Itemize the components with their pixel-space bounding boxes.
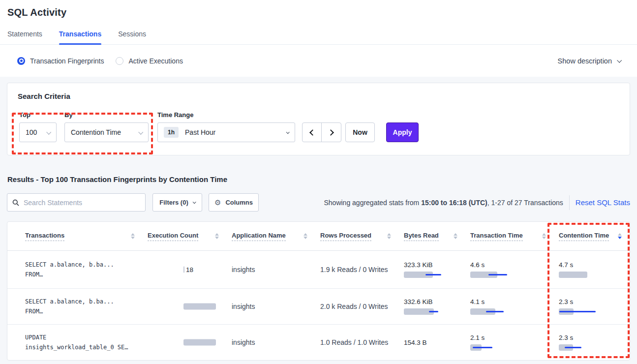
chevron-down-icon: [46, 129, 51, 134]
page-title: SQL Activity: [7, 7, 630, 18]
metric-bar: [559, 308, 596, 315]
main-content: Search Criteria Top 100 By Contention Ti…: [0, 83, 637, 361]
top-field: Top 100: [19, 111, 57, 142]
contention-time-cell: 4.7 s: [559, 251, 625, 288]
tab-bar: Statements Transactions Sessions: [7, 30, 630, 44]
column-header-transaction-time[interactable]: Transaction Time: [470, 232, 559, 241]
transaction-time-cell: 4.6 s: [470, 251, 559, 288]
search-statements-input[interactable]: [24, 199, 140, 207]
radio-unselected-icon: [116, 57, 123, 65]
sort-icon[interactable]: [454, 233, 457, 239]
aggregated-stats-text: Showing aggregated stats from 15:00 to 1…: [324, 199, 563, 207]
prev-time-button[interactable]: [303, 123, 322, 142]
radio-label: Active Executions: [128, 57, 183, 65]
bytes-read-cell: 154.3 B: [404, 325, 470, 360]
execution-count-cell: 2k: [148, 325, 232, 360]
reset-sql-stats-link[interactable]: Reset SQL Stats: [576, 198, 630, 207]
transactions-table: Transactions Execution Count Application…: [7, 221, 630, 361]
search-icon: [12, 199, 19, 206]
by-select[interactable]: Contention Time: [64, 122, 149, 142]
time-range-select[interactable]: 1h Past Hour: [157, 122, 295, 142]
metric-bar: [470, 344, 492, 351]
sort-icon[interactable]: [618, 233, 622, 239]
metric-bar: [183, 267, 184, 273]
sort-icon[interactable]: [131, 233, 135, 239]
by-label: By: [64, 111, 149, 119]
chevron-right-icon: [328, 129, 334, 136]
sort-icon[interactable]: [542, 233, 546, 239]
metric-bar: [183, 303, 216, 310]
execution-count-cell: 18: [148, 251, 232, 288]
column-header-application-name[interactable]: Application Name: [232, 232, 320, 241]
column-header-rows-processed[interactable]: Rows Processed: [320, 232, 404, 241]
table-header-row: Transactions Execution Count Application…: [7, 222, 630, 251]
apply-button[interactable]: Apply: [386, 122, 419, 142]
metric-bar: [404, 272, 441, 278]
column-header-contention-time[interactable]: Contention Time: [559, 232, 625, 241]
transaction-query-link[interactable]: SELECT a.balance, b.ba...FROM…: [25, 251, 148, 288]
sort-icon[interactable]: [215, 233, 219, 239]
search-statements-box: [7, 193, 146, 212]
column-header-bytes-read[interactable]: Bytes Read: [404, 232, 470, 241]
radio-selected-icon: [17, 57, 25, 65]
sort-icon[interactable]: [387, 233, 391, 239]
column-header-transactions[interactable]: Transactions: [25, 232, 148, 241]
chevron-down-icon: [617, 58, 622, 63]
table-body: SELECT a.balance, b.ba...FROM…18insights…: [7, 251, 630, 361]
gear-icon: ⚙: [214, 199, 221, 206]
page-header: SQL Activity Statements Transactions Ses…: [0, 0, 637, 45]
chevron-down-icon: [192, 200, 196, 204]
radio-transaction-fingerprints[interactable]: Transaction Fingerprints: [17, 57, 104, 65]
rows-processed-cell: 1.9 k Reads / 0 Writes: [320, 251, 404, 288]
chevron-left-icon: [309, 129, 316, 136]
transaction-query-link[interactable]: SELECT a.balance, b.ba...FROM…: [25, 289, 148, 324]
top-label: Top: [19, 111, 57, 119]
search-criteria-panel: Search Criteria Top 100 By Contention Ti…: [7, 83, 630, 155]
chevron-down-icon: [286, 130, 290, 134]
time-range-field: Time Range 1h Past Hour: [157, 111, 295, 142]
chevron-down-icon: [138, 129, 143, 134]
table-row[interactable]: UPDATEinsights_workload_table_0 SE…2kins…: [7, 325, 630, 361]
top-select[interactable]: 100: [19, 122, 57, 142]
divider: [569, 195, 570, 210]
radio-active-executions[interactable]: Active Executions: [116, 57, 183, 65]
filters-button[interactable]: Filters (0): [152, 193, 202, 212]
tab-sessions[interactable]: Sessions: [118, 30, 146, 44]
application-name-cell: insights: [232, 251, 320, 288]
view-toggle-toolbar: Transaction Fingerprints Active Executio…: [0, 45, 637, 77]
metric-bar: [559, 272, 587, 278]
metric-bar: [404, 308, 438, 315]
metric-bar: [559, 344, 581, 351]
bytes-read-cell: 332.6 KiB: [404, 289, 470, 324]
application-name-cell: insights: [232, 325, 320, 360]
execution-count-cell: 2k: [148, 289, 232, 324]
search-criteria-heading: Search Criteria: [18, 92, 630, 100]
show-description-label: Show description: [558, 57, 612, 65]
time-range-nav: [302, 122, 341, 142]
metric-bar: [470, 272, 507, 278]
column-header-execution-count[interactable]: Execution Count: [148, 232, 232, 241]
sql-activity-page: SQL Activity Statements Transactions Ses…: [0, 0, 637, 364]
sort-icon[interactable]: [303, 233, 307, 239]
metric-bar: [470, 308, 504, 315]
application-name-cell: insights: [232, 289, 320, 324]
results-controls: Filters (0) ⚙ Columns Showing aggregated…: [7, 193, 630, 212]
tab-statements[interactable]: Statements: [7, 30, 42, 44]
table-row[interactable]: SELECT a.balance, b.ba...FROM…2kinsights…: [7, 289, 630, 325]
view-mode-radio-group: Transaction Fingerprints Active Executio…: [17, 57, 183, 65]
stats-time-range: 15:00 to 16:18 (UTC): [421, 199, 487, 207]
radio-label: Transaction Fingerprints: [30, 57, 104, 65]
contention-time-cell: 2.3 s: [559, 325, 625, 360]
table-row[interactable]: SELECT a.balance, b.ba...FROM…18insights…: [7, 251, 630, 289]
next-time-button[interactable]: [322, 123, 341, 142]
columns-button[interactable]: ⚙ Columns: [209, 193, 259, 212]
transaction-query-link[interactable]: UPDATEinsights_workload_table_0 SE…: [25, 325, 148, 360]
contention-time-cell: 2.3 s: [559, 289, 625, 324]
rows-processed-cell: 1.0 Reads / 1.0 Writes: [320, 325, 404, 360]
results-heading: Results - Top 100 Transaction Fingerprin…: [7, 175, 630, 183]
show-description-toggle[interactable]: Show description: [558, 57, 621, 65]
time-range-badge: 1h: [164, 127, 179, 138]
tab-transactions[interactable]: Transactions: [59, 30, 101, 44]
now-button[interactable]: Now: [345, 122, 375, 142]
transaction-time-cell: 4.1 s: [470, 289, 559, 324]
